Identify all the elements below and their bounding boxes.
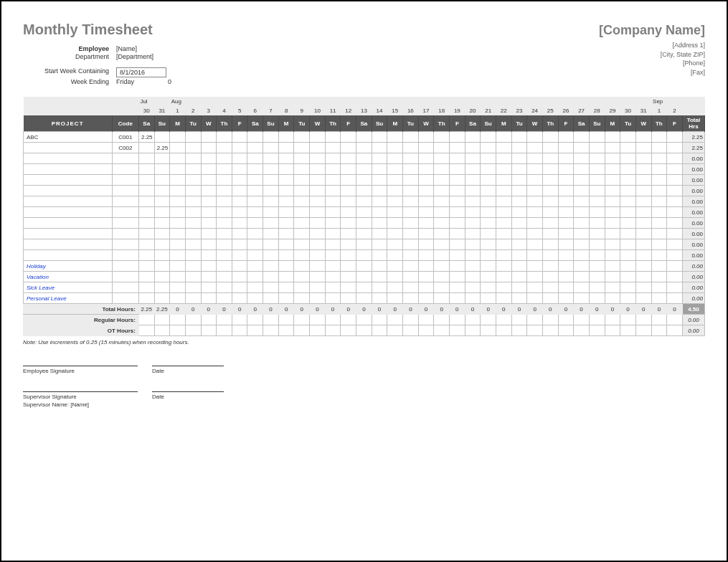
- hours-cell[interactable]: [403, 239, 419, 250]
- regular-hours-cell[interactable]: [263, 315, 279, 325]
- leave-hours-cell[interactable]: [356, 272, 372, 282]
- regular-hours-cell[interactable]: [154, 315, 170, 325]
- hours-cell[interactable]: [403, 218, 419, 229]
- leave-hours-cell[interactable]: [263, 272, 279, 282]
- code-cell[interactable]: [112, 153, 138, 164]
- hours-cell[interactable]: [217, 229, 232, 239]
- hours-cell[interactable]: [263, 250, 279, 261]
- hours-cell[interactable]: [558, 196, 574, 207]
- code-cell[interactable]: [112, 218, 138, 229]
- hours-cell[interactable]: [325, 186, 341, 196]
- leave-hours-cell[interactable]: [465, 293, 481, 304]
- hours-cell[interactable]: [232, 229, 247, 239]
- hours-cell[interactable]: [450, 153, 465, 164]
- hours-cell[interactable]: [434, 186, 450, 196]
- hours-cell[interactable]: [542, 207, 558, 218]
- leave-hours-cell[interactable]: [247, 282, 263, 293]
- hours-cell[interactable]: [403, 132, 419, 143]
- hours-cell[interactable]: [527, 229, 543, 239]
- hours-cell[interactable]: [294, 239, 310, 250]
- ot-hours-cell[interactable]: [558, 325, 574, 336]
- hours-cell[interactable]: [450, 143, 465, 153]
- leave-hours-cell[interactable]: [434, 272, 450, 282]
- hours-cell[interactable]: [247, 143, 263, 153]
- leave-hours-cell[interactable]: [170, 261, 186, 272]
- hours-cell[interactable]: [356, 132, 372, 143]
- project-cell[interactable]: [24, 239, 113, 250]
- leave-hours-cell[interactable]: [138, 272, 154, 282]
- regular-hours-cell[interactable]: [170, 315, 186, 325]
- leave-hours-cell[interactable]: [542, 293, 558, 304]
- leave-hours-cell[interactable]: [605, 293, 620, 304]
- hours-cell[interactable]: [247, 229, 263, 239]
- hours-cell[interactable]: [247, 186, 263, 196]
- regular-hours-cell[interactable]: [574, 315, 590, 325]
- hours-cell[interactable]: [418, 175, 434, 186]
- leave-hours-cell[interactable]: [434, 293, 450, 304]
- leave-hours-cell[interactable]: [450, 282, 465, 293]
- leave-hours-cell[interactable]: [465, 282, 481, 293]
- hours-cell[interactable]: [418, 164, 434, 175]
- regular-hours-cell[interactable]: [372, 315, 387, 325]
- hours-cell[interactable]: [341, 143, 356, 153]
- leave-hours-cell[interactable]: [434, 261, 450, 272]
- supervisor-signature-line[interactable]: Supervisor Signature: [23, 391, 138, 400]
- hours-cell[interactable]: [542, 196, 558, 207]
- hours-cell[interactable]: [232, 218, 247, 229]
- hours-cell[interactable]: [310, 250, 326, 261]
- hours-cell[interactable]: [294, 175, 310, 186]
- leave-hours-cell[interactable]: [635, 261, 651, 272]
- regular-hours-cell[interactable]: [605, 315, 620, 325]
- hours-cell[interactable]: [138, 164, 154, 175]
- leave-hours-cell[interactable]: [558, 282, 574, 293]
- hours-cell[interactable]: [356, 186, 372, 196]
- hours-cell[interactable]: [558, 218, 574, 229]
- hours-cell[interactable]: [450, 250, 465, 261]
- hours-cell[interactable]: [667, 164, 683, 175]
- ot-hours-cell[interactable]: [434, 325, 450, 336]
- hours-cell[interactable]: [201, 207, 217, 218]
- hours-cell[interactable]: [232, 207, 247, 218]
- hours-cell[interactable]: [263, 196, 279, 207]
- hours-cell[interactable]: [263, 175, 279, 186]
- hours-cell[interactable]: [558, 175, 574, 186]
- leave-hours-cell[interactable]: [325, 272, 341, 282]
- leave-hours-cell[interactable]: [496, 272, 511, 282]
- hours-cell[interactable]: [356, 239, 372, 250]
- hours-cell[interactable]: [605, 207, 620, 218]
- hours-cell[interactable]: [170, 186, 186, 196]
- hours-cell[interactable]: [387, 186, 403, 196]
- hours-cell[interactable]: [450, 196, 465, 207]
- leave-hours-cell[interactable]: [217, 282, 232, 293]
- leave-hours-cell[interactable]: [185, 272, 201, 282]
- hours-cell[interactable]: [325, 132, 341, 143]
- hours-cell[interactable]: [387, 175, 403, 186]
- hours-cell[interactable]: [667, 229, 683, 239]
- hours-cell[interactable]: [651, 196, 667, 207]
- hours-cell[interactable]: [247, 175, 263, 186]
- hours-cell[interactable]: [635, 229, 651, 239]
- hours-cell[interactable]: [450, 132, 465, 143]
- hours-cell[interactable]: [356, 218, 372, 229]
- hours-cell[interactable]: [341, 218, 356, 229]
- hours-cell[interactable]: [372, 164, 387, 175]
- hours-cell[interactable]: [434, 143, 450, 153]
- hours-cell[interactable]: [154, 196, 170, 207]
- hours-cell[interactable]: [185, 239, 201, 250]
- ot-hours-cell[interactable]: [481, 325, 496, 336]
- hours-cell[interactable]: [217, 218, 232, 229]
- leave-hours-cell[interactable]: [527, 272, 543, 282]
- hours-cell[interactable]: [138, 229, 154, 239]
- leave-hours-cell[interactable]: [310, 293, 326, 304]
- hours-cell[interactable]: [667, 175, 683, 186]
- hours-cell[interactable]: [481, 250, 496, 261]
- hours-cell[interactable]: [325, 175, 341, 186]
- ot-hours-cell[interactable]: [651, 325, 667, 336]
- hours-cell[interactable]: [263, 239, 279, 250]
- leave-hours-cell[interactable]: [154, 293, 170, 304]
- hours-cell[interactable]: [620, 250, 636, 261]
- hours-cell[interactable]: [620, 229, 636, 239]
- leave-hours-cell[interactable]: [372, 293, 387, 304]
- leave-hours-cell[interactable]: [605, 282, 620, 293]
- ot-hours-cell[interactable]: [527, 325, 543, 336]
